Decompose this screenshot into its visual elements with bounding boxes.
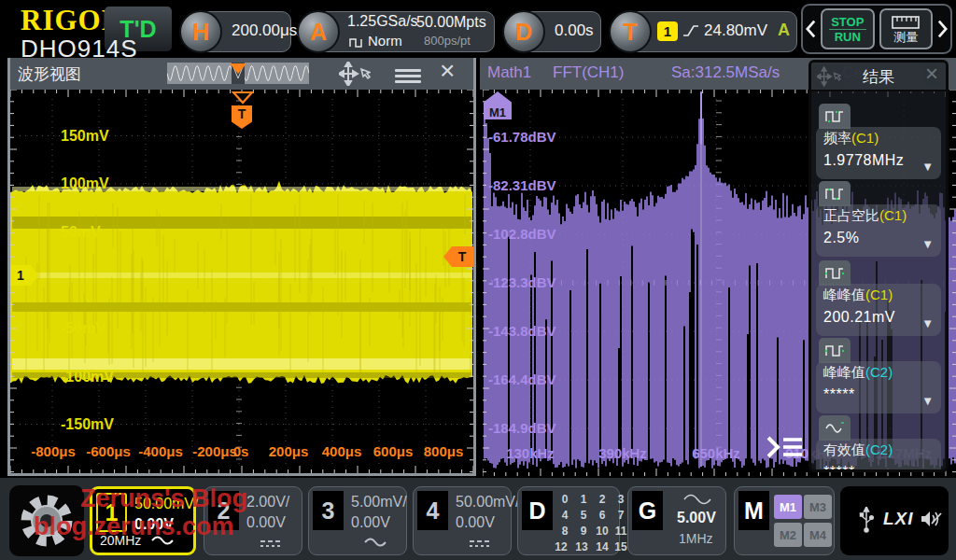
quick-controls: STOP RUN 测量	[801, 4, 952, 54]
y-axis-label: 150mV	[61, 128, 109, 145]
measurement-value: *****	[823, 464, 934, 472]
move-icon[interactable]	[339, 62, 371, 86]
results-panel: 结果 × 频率(C1) 1.9778MHz ▼ 正占空比(C1) 2.5% ▼ …	[808, 60, 949, 472]
dropdown-icon[interactable]: ▼	[921, 471, 934, 472]
top-toolbar: RIGOL T'D H 200.00μs/ A 1.25GSa/s Norm 5…	[0, 0, 956, 58]
measurement-name: 峰峰值	[823, 287, 865, 302]
chevron-left-icon[interactable]	[806, 19, 816, 39]
trigger-sweep-mode: A	[778, 21, 790, 40]
rms-icon	[819, 415, 851, 441]
ruler-icon	[892, 15, 920, 30]
acquire-group[interactable]: A 1.25GSa/s Norm 50.00Mpts 800ps/pt	[297, 10, 495, 53]
run-label: RUN	[835, 30, 861, 44]
math3-slot[interactable]: M3	[804, 495, 832, 519]
dc-coupling-icon	[468, 538, 492, 549]
generator-frequency: 1MHz	[679, 531, 713, 546]
digital-channel-grid: 0123 4567 891011 12131415	[555, 489, 617, 553]
results-close-icon[interactable]: ×	[925, 61, 938, 87]
delay-button[interactable]: D	[502, 10, 545, 53]
close-icon[interactable]: ×	[440, 56, 455, 86]
fft-y-label: -61.78dBV	[488, 129, 556, 145]
sample-rate: 1.25GSa/s	[347, 13, 418, 30]
y-axis-label: -100mV	[61, 369, 114, 385]
measure-label: 测量	[893, 30, 918, 44]
ac-coupling-icon	[363, 536, 387, 549]
waveform-window: 波形视图 × 150mV 100mV 50mV -50mV -100mV -15…	[7, 58, 476, 476]
measurement-value: 200.21mV	[823, 309, 934, 326]
measurement-source: (C1)	[851, 130, 879, 146]
horizontal-group[interactable]: H 200.00μs/	[179, 10, 291, 53]
measurement-name: 峰峰值	[823, 364, 865, 380]
peak-peak-icon	[819, 338, 851, 363]
channel-4-button[interactable]: 4 50.00mV/ 0.00V	[413, 486, 512, 555]
dropdown-icon[interactable]: ▼	[921, 160, 934, 174]
chevron-right-icon[interactable]	[937, 19, 948, 39]
channel-3-button[interactable]: 3 5.00mV/ 0.00V	[308, 486, 407, 555]
channel-number: 3	[313, 491, 344, 530]
measure-button[interactable]: 测量	[879, 8, 933, 49]
dropdown-icon[interactable]: ▼	[921, 237, 934, 251]
measurement-value: 1.9778MHz	[823, 152, 934, 169]
waveform-plot[interactable]: 150mV 100mV 50mV -50mV -100mV -150mV -80…	[10, 90, 473, 473]
dropdown-icon[interactable]: ▼	[921, 316, 934, 330]
trigger-position-icon[interactable]	[232, 91, 254, 105]
expand-menu-icon[interactable]	[763, 433, 804, 461]
menu-icon[interactable]	[395, 66, 421, 86]
fft-sample-rate: Sa:312.5MSa/s	[671, 63, 780, 82]
pulse-icon	[349, 35, 364, 49]
measurement-name: 频率	[823, 130, 851, 146]
trigger-group[interactable]: T 1 24.80mV A	[609, 10, 797, 53]
results-header[interactable]: 结果 ×	[811, 63, 946, 91]
delay-group[interactable]: D 0.00s	[502, 10, 601, 53]
trigger-button[interactable]: T	[609, 10, 652, 53]
dropdown-icon[interactable]: ▼	[921, 394, 934, 408]
lxi-label: LXI	[883, 509, 914, 529]
oscilloscope-screen: RIGOL T'D H 200.00μs/ A 1.25GSa/s Norm 5…	[0, 0, 956, 560]
watermark-line1: Zeruns's Blog	[80, 484, 247, 513]
fft-y-label: -164.4dBV	[488, 371, 556, 387]
fft-y-label: -184.9dBV	[488, 420, 556, 436]
x-axis-label: 400μs	[322, 443, 362, 459]
x-axis-label: 600μs	[373, 443, 414, 459]
waveform-preview-strip[interactable]	[167, 63, 309, 84]
generator-button[interactable]: G 5.00V 1MHz	[627, 486, 726, 555]
y-axis-label: -50mV	[61, 320, 105, 337]
math4-slot[interactable]: M4	[804, 523, 832, 547]
digital-channels-button[interactable]: D 0123 4567 891011 12131415	[517, 486, 620, 555]
horizontal-button[interactable]: H	[179, 10, 222, 53]
waveform-title: 波形视图	[18, 63, 81, 85]
channel-offset: 0.00V	[351, 514, 390, 531]
usb-icon[interactable]	[859, 507, 874, 533]
channel-scale: 2.00V/	[246, 494, 289, 511]
generator-amplitude: 5.00V	[677, 510, 716, 526]
math-button[interactable]: M M1 M3 M2 M4	[734, 486, 835, 555]
stop-run-button[interactable]: STOP RUN	[821, 8, 874, 49]
measurement-name: 有效值	[823, 441, 865, 457]
x-axis-label: 800μs	[424, 443, 464, 459]
delay-value: 0.00s	[555, 21, 594, 40]
status-area: LXI	[840, 486, 949, 555]
math1-slot[interactable]: M1	[774, 495, 802, 519]
measurement-source: (C2)	[865, 364, 893, 380]
math-letter: M	[738, 491, 769, 530]
measurement-value: 2.5%	[823, 230, 934, 246]
fft-function: FFT(CH1)	[553, 63, 624, 82]
sample-resolution: 800ps/pt	[424, 34, 471, 48]
acquire-mode: Norm	[368, 33, 402, 49]
acquire-button[interactable]: A	[297, 10, 340, 53]
math2-slot[interactable]: M2	[774, 523, 802, 547]
peak-peak-icon	[819, 260, 851, 286]
x-axis-label: -200μs	[192, 443, 237, 459]
channel-scale: 5.00mV/	[351, 494, 407, 511]
x-axis-label: 0s	[233, 443, 249, 459]
trigger-source-badge: 1	[657, 21, 678, 41]
measurement-value: *****	[823, 386, 934, 403]
measurement-source: (C1)	[879, 207, 907, 223]
generator-letter: G	[632, 491, 663, 530]
measurement-source: (C1)	[865, 287, 893, 302]
fft-source: Math1	[487, 63, 531, 82]
fft-x-label: 130kHz	[506, 445, 555, 461]
digital-letter: D	[522, 491, 553, 530]
speaker-muted-icon[interactable]	[921, 509, 943, 529]
measurement-name: 正占空比	[823, 207, 879, 223]
